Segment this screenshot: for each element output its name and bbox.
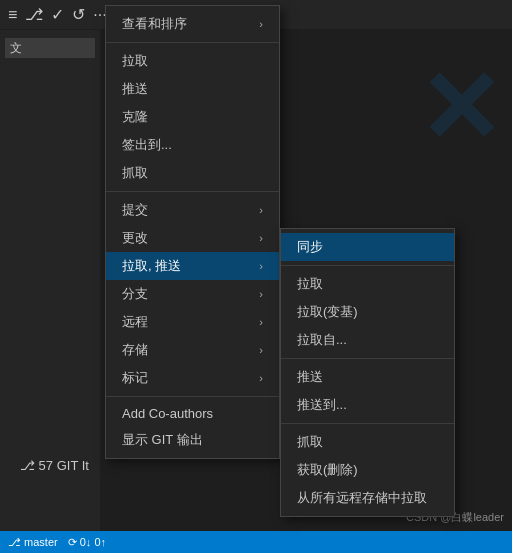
footer-branch[interactable]: ⎇ master [8,536,58,549]
git-badge: ⎇ 57 GIT It [20,458,89,473]
sidebar [0,30,100,553]
sub-separator-1 [281,265,454,266]
sub-separator-2 [281,358,454,359]
refresh-icon[interactable]: ↺ [72,5,85,24]
submenu-item-fetch-prune[interactable]: 获取(删除) [281,456,454,484]
submenu-item-pull-all[interactable]: 从所有远程存储中拉取 [281,484,454,512]
separator-1 [106,42,279,43]
submenu-item-fetch[interactable]: 抓取 [281,428,454,456]
menu-item-coauthors[interactable]: Add Co-authors [106,401,279,426]
arrow-icon: › [259,204,263,216]
menu-item-pull[interactable]: 拉取 [106,47,279,75]
menu-item-fetch[interactable]: 抓取 [106,159,279,187]
commit-icon[interactable]: ✓ [51,5,64,24]
menu-icon[interactable]: ≡ [8,6,17,24]
menu-item-clone[interactable]: 克隆 [106,103,279,131]
branch-icon[interactable]: ⎇ [25,5,43,24]
sidebar-search[interactable] [5,38,95,58]
footer-bar: ⎇ master ⟳ 0↓ 0↑ [0,531,512,553]
menu-item-pull-push[interactable]: 拉取, 推送 › [106,252,279,280]
menu-item-tag[interactable]: 标记 › [106,364,279,392]
submenu-item-sync[interactable]: 同步 [281,233,454,261]
context-menu: 查看和排序 › 拉取 推送 克隆 签出到... 抓取 提交 › 更改 › 拉取,… [105,5,280,459]
menu-item-checkout[interactable]: 签出到... [106,131,279,159]
submenu-item-push[interactable]: 推送 [281,363,454,391]
arrow-icon: › [259,372,263,384]
menu-item-commit[interactable]: 提交 › [106,196,279,224]
watermark: ✕ [418,50,502,167]
submenu: 同步 拉取 拉取(变基) 拉取自... 推送 推送到... 抓取 获取(删除) … [280,228,455,517]
footer-sync[interactable]: ⟳ 0↓ 0↑ [68,536,106,549]
submenu-item-pull-rebase[interactable]: 拉取(变基) [281,298,454,326]
menu-item-git-output[interactable]: 显示 GIT 输出 [106,426,279,454]
menu-item-view-sort[interactable]: 查看和排序 › [106,10,279,38]
menu-item-remote[interactable]: 远程 › [106,308,279,336]
arrow-icon: › [259,18,263,30]
separator-3 [106,396,279,397]
arrow-icon: › [259,232,263,244]
separator-2 [106,191,279,192]
menu-item-stash[interactable]: 存储 › [106,336,279,364]
menu-item-changes[interactable]: 更改 › [106,224,279,252]
menu-item-push[interactable]: 推送 [106,75,279,103]
submenu-item-push-to[interactable]: 推送到... [281,391,454,419]
submenu-item-pull[interactable]: 拉取 [281,270,454,298]
menu-item-branch[interactable]: 分支 › [106,280,279,308]
arrow-icon: › [259,260,263,272]
arrow-icon: › [259,316,263,328]
sub-separator-3 [281,423,454,424]
arrow-icon: › [259,288,263,300]
arrow-icon: › [259,344,263,356]
submenu-item-pull-from[interactable]: 拉取自... [281,326,454,354]
